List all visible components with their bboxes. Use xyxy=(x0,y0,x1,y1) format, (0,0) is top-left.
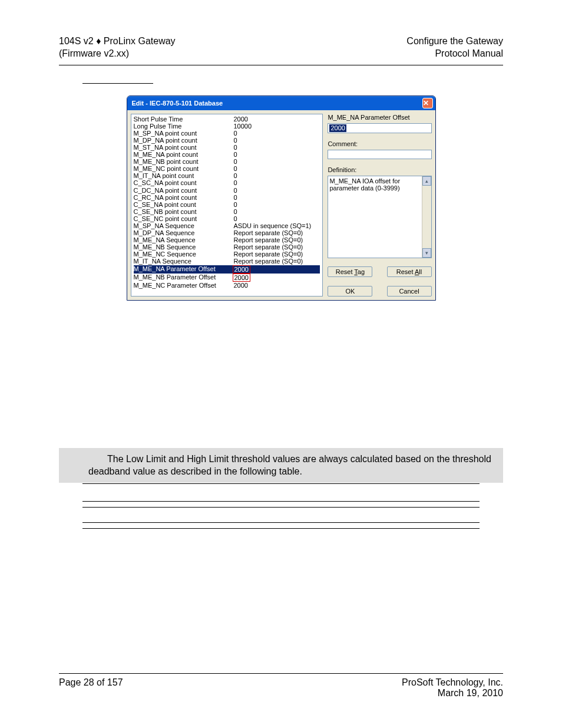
list-item[interactable]: M_ME_NC point count0 xyxy=(134,165,320,172)
list-item-key: Short Pulse Time xyxy=(134,116,234,123)
list-item-value: Report separate (SQ=0) xyxy=(234,243,320,251)
list-item-value: Report separate (SQ=0) xyxy=(234,258,320,265)
parameter-detail-pane: M_ME_NA Parameter Offset 2000 Comment: D… xyxy=(328,114,431,297)
list-item-key: M_ME_NA Parameter Offset xyxy=(134,265,234,274)
list-item-key: M_ME_NC Sequence xyxy=(134,251,234,258)
list-item-value: 0 xyxy=(234,144,320,151)
list-item-value: 0 xyxy=(234,137,320,144)
list-item-key: C_SE_NB point count xyxy=(134,208,234,215)
list-item[interactable]: M_ME_NA point count0 xyxy=(134,151,320,158)
list-item[interactable]: Long Pulse Time10000 xyxy=(134,123,320,130)
list-item[interactable]: C_RC_NA point count0 xyxy=(134,194,320,201)
list-item-value: Report separate (SQ=0) xyxy=(234,251,320,258)
list-item-value: 2000 xyxy=(234,116,320,123)
list-item[interactable]: M_ME_NB Parameter Offset2000 xyxy=(134,274,320,282)
section-heading-rule xyxy=(82,83,153,84)
list-item-value: 0 xyxy=(234,172,320,179)
list-item-key: M_SP_NA point count xyxy=(134,130,234,137)
list-item-key: M_ME_NC Parameter Offset xyxy=(134,282,234,289)
scroll-down-icon[interactable]: ▾ xyxy=(422,248,431,258)
dialog-title: Edit - IEC-870-5-101 Database xyxy=(132,100,422,107)
param-name-label: M_ME_NA Parameter Offset xyxy=(328,114,431,121)
cancel-button[interactable]: Cancel xyxy=(387,286,432,297)
comment-label: Comment: xyxy=(328,140,431,147)
list-item[interactable]: M_SP_NA point count0 xyxy=(134,130,320,137)
list-item-key: Long Pulse Time xyxy=(134,123,234,130)
list-item[interactable]: C_SE_NC point count0 xyxy=(134,215,320,222)
reset-tag-button[interactable]: Reset Tag xyxy=(328,266,372,277)
list-item[interactable]: C_SE_NB point count0 xyxy=(134,208,320,215)
footer-left: Page 28 of 157 xyxy=(59,677,123,699)
list-item[interactable]: M_SP_NA SequenceASDU in sequence (SQ=1) xyxy=(134,222,320,229)
list-item[interactable]: C_SE_NA point count0 xyxy=(134,201,320,208)
header-left-1: 104S v2 ♦ ProLinx Gateway xyxy=(59,35,176,48)
list-item-key: M_ME_NA Sequence xyxy=(134,236,234,243)
parameter-list[interactable]: Short Pulse Time2000Long Pulse Time10000… xyxy=(131,114,323,297)
list-item-key: M_ME_NB Parameter Offset xyxy=(134,274,234,282)
header-right-1: Configure the Gateway xyxy=(406,35,503,48)
comment-input[interactable] xyxy=(328,150,431,159)
list-item-key: C_DC_NA point count xyxy=(134,187,234,194)
definition-box: M_ME_NA IOA offset for parameter data (0… xyxy=(328,176,431,258)
list-item[interactable]: Short Pulse Time2000 xyxy=(134,116,320,123)
list-item[interactable]: M_DP_NA SequenceReport separate (SQ=0) xyxy=(134,229,320,236)
list-item[interactable]: M_ME_NA Parameter Offset2000 xyxy=(134,265,320,274)
list-item-key: M_DP_NA Sequence xyxy=(134,229,234,236)
list-item-key: C_SE_NC point count xyxy=(134,215,234,222)
list-item-value: 2000 xyxy=(234,282,320,289)
param-value-input[interactable]: 2000 xyxy=(328,123,431,133)
list-item-key: C_RC_NA point count xyxy=(134,194,234,201)
ok-button[interactable]: OK xyxy=(328,286,372,297)
list-item-value: 0 xyxy=(234,187,320,194)
header-right-2: Protocol Manual xyxy=(406,48,503,60)
list-item-key: M_IT_NA Sequence xyxy=(134,258,234,265)
list-item[interactable]: M_ME_NB SequenceReport separate (SQ=0) xyxy=(134,243,320,251)
edit-dialog: Edit - IEC-870-5-101 Database ✕ Short Pu… xyxy=(127,95,436,301)
list-item[interactable]: M_ME_NB point count0 xyxy=(134,158,320,165)
list-item[interactable]: M_ME_NC SequenceReport separate (SQ=0) xyxy=(134,251,320,258)
header-left-2: (Firmware v2.xx) xyxy=(59,48,176,60)
list-item-key: M_SP_NA Sequence xyxy=(134,222,234,229)
list-item-value: Report separate (SQ=0) xyxy=(234,229,320,236)
list-item[interactable]: M_DP_NA point count0 xyxy=(134,137,320,144)
list-item-key: C_SC_NA point count xyxy=(134,179,234,186)
list-item-value: 0 xyxy=(234,208,320,215)
close-button[interactable]: ✕ xyxy=(422,98,433,108)
list-item-key: M_ST_NA point count xyxy=(134,144,234,151)
list-item[interactable]: C_SC_NA point count0 xyxy=(134,179,320,186)
close-icon: ✕ xyxy=(423,100,432,107)
note-paragraph: The Low Limit and High Limit threshold v… xyxy=(59,448,503,483)
page-header: 104S v2 ♦ ProLinx Gateway (Firmware v2.x… xyxy=(59,35,503,65)
definition-label: Definition: xyxy=(328,166,431,173)
list-item-key: M_ME_NB point count xyxy=(134,158,234,165)
list-item-value: 0 xyxy=(234,165,320,172)
list-item[interactable]: C_DC_NA point count0 xyxy=(134,187,320,194)
definition-text: M_ME_NA IOA offset for parameter data (0… xyxy=(329,177,429,192)
list-item-value: 0 xyxy=(234,158,320,165)
list-item-value: ASDU in sequence (SQ=1) xyxy=(234,222,320,229)
list-item-value: 2000 xyxy=(234,274,320,282)
list-item-value: 0 xyxy=(234,151,320,158)
page-footer: Page 28 of 157 ProSoft Technology, Inc. … xyxy=(59,673,503,699)
list-item[interactable]: M_IT_NA SequenceReport separate (SQ=0) xyxy=(134,258,320,265)
dialog-titlebar: Edit - IEC-870-5-101 Database ✕ xyxy=(127,96,435,110)
list-item-key: M_ME_NB Sequence xyxy=(134,243,234,251)
list-item-key: M_IT_NA point count xyxy=(134,172,234,179)
list-item-key: M_ME_NA point count xyxy=(134,151,234,158)
list-item-value: 0 xyxy=(234,130,320,137)
list-item[interactable]: M_ME_NA SequenceReport separate (SQ=0) xyxy=(134,236,320,243)
list-item[interactable]: M_ME_NC Parameter Offset2000 xyxy=(134,282,320,289)
list-item-value: 0 xyxy=(234,179,320,186)
list-item-value: Report separate (SQ=0) xyxy=(234,236,320,243)
list-item-value: 0 xyxy=(234,215,320,222)
list-item-key: C_SE_NA point count xyxy=(134,201,234,208)
list-item-value: 2000 xyxy=(234,265,320,274)
scroll-up-icon[interactable]: ▴ xyxy=(422,176,431,186)
definition-scrollbar[interactable]: ▴ ▾ xyxy=(422,176,431,258)
empty-table-frame xyxy=(82,483,480,529)
list-item[interactable]: M_IT_NA point count0 xyxy=(134,172,320,179)
list-item[interactable]: M_ST_NA point count0 xyxy=(134,144,320,151)
list-item-value: 0 xyxy=(234,201,320,208)
reset-all-button[interactable]: Reset All xyxy=(387,266,432,277)
list-item-key: M_DP_NA point count xyxy=(134,137,234,144)
